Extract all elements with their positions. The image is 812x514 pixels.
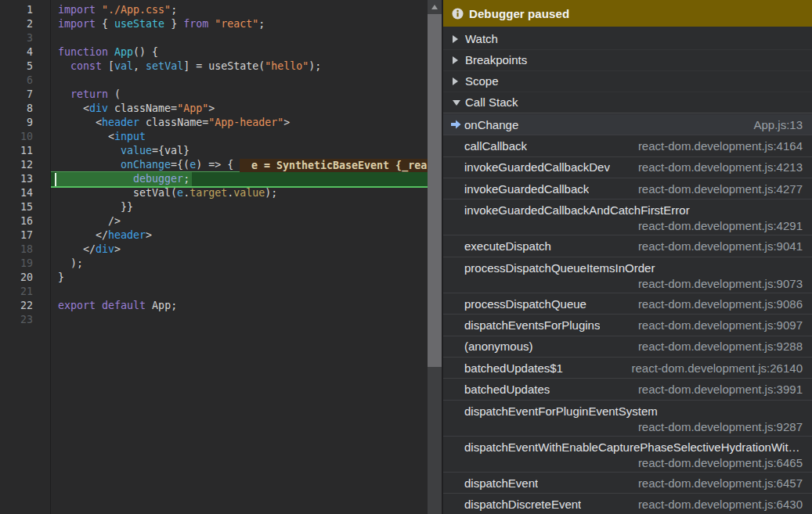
line-number[interactable]: 13 (0, 172, 33, 186)
frame-function-name: processDispatchQueue (464, 297, 586, 311)
scrollbar-up-arrow-icon[interactable] (428, 0, 442, 13)
line-number[interactable]: 1 (0, 3, 33, 17)
code-line: ); (58, 257, 428, 271)
call-stack-frame[interactable]: dispatchEventsForPluginsreact-dom.develo… (443, 315, 812, 336)
code-line: debugger; (58, 172, 428, 186)
call-stack-frame[interactable]: executeDispatchreact-dom.development.js:… (443, 235, 812, 257)
frame-function-name: batchedUpdates$1 (464, 361, 563, 375)
call-stack-frame[interactable]: dispatchEventForPluginEventSystemreact-d… (443, 401, 812, 437)
code-line (58, 285, 428, 299)
frame-function-name: invokeGuardedCallbackDev (464, 160, 610, 174)
frame-location: react-dom.development.js:9287 (464, 419, 803, 435)
call-stack-frame[interactable]: invokeGuardedCallbackAndCatchFirstErrorr… (443, 199, 812, 235)
line-number[interactable]: 18 (0, 243, 33, 257)
frame-location: react-dom.development.js:9086 (630, 297, 803, 311)
code-line: function App() { (58, 45, 428, 59)
line-number[interactable]: 4 (0, 45, 33, 59)
frame-function-name: dispatchDiscreteEvent (464, 498, 581, 511)
debugger-sidebar: Debugger paused WatchBreakpointsScopeCal… (443, 0, 812, 514)
debugger-paused-banner: Debugger paused (443, 0, 812, 27)
triangle-down-icon[interactable] (453, 99, 465, 106)
code-line: <header className="App-header"> (58, 116, 428, 130)
line-number[interactable]: 21 (0, 285, 33, 299)
code-line: export default App; (58, 299, 428, 313)
code-line: return ( (58, 88, 428, 102)
line-number[interactable]: 2 (0, 17, 33, 31)
code-line (58, 74, 428, 88)
current-frame-arrow-icon (450, 120, 461, 129)
line-number[interactable]: 8 (0, 102, 33, 116)
code-line (58, 31, 428, 45)
sidebar-section-scope[interactable]: Scope (443, 71, 812, 92)
line-number[interactable]: 10 (0, 130, 33, 144)
triangle-right-icon[interactable] (453, 35, 465, 43)
line-number[interactable]: 7 (0, 88, 33, 102)
call-stack-frame[interactable]: batchedUpdatesreact-dom.development.js:3… (443, 379, 812, 400)
code-line: import "./App.css"; (58, 3, 428, 17)
code-line: </div> (58, 243, 428, 257)
line-number[interactable]: 23 (0, 313, 33, 327)
call-stack-frame[interactable]: batchedUpdates$1react-dom.development.js… (443, 358, 812, 379)
call-stack-list: onChangeApp.js:13callCallbackreact-dom.d… (443, 114, 812, 514)
section-label: Call Stack (465, 95, 518, 109)
call-stack-frame[interactable]: processDispatchQueuereact-dom.developmen… (443, 293, 812, 315)
code-line: const [val, setVal] = useState("hello"); (58, 59, 428, 74)
frame-function-name: (anonymous) (464, 340, 533, 353)
triangle-right-icon[interactable] (453, 77, 465, 85)
frame-function-name: executeDispatch (464, 239, 551, 253)
call-stack-frame[interactable]: (anonymous)react-dom.development.js:9288 (443, 336, 812, 358)
line-number[interactable]: 19 (0, 257, 33, 271)
line-number[interactable]: 3 (0, 31, 33, 45)
source-editor[interactable]: 1234567891011121314151617181920212223 im… (0, 0, 428, 514)
section-label: Breakpoints (465, 53, 527, 66)
frame-function-name: callCallback (464, 139, 527, 153)
code-line: } (58, 271, 428, 285)
line-number[interactable]: 9 (0, 116, 33, 130)
sidebar-section-breakpoints[interactable]: Breakpoints (443, 50, 812, 71)
frame-location: react-dom.development.js:6430 (630, 498, 803, 511)
line-number[interactable]: 11 (0, 144, 33, 158)
frame-location: react-dom.development.js:4164 (630, 139, 803, 153)
call-stack-frame[interactable]: invokeGuardedCallbackreact-dom.developme… (443, 178, 812, 199)
sidebar-section-call-stack[interactable]: Call Stack (443, 92, 812, 113)
line-number[interactable]: 15 (0, 200, 33, 214)
code-line: <input (58, 130, 428, 144)
frame-function-name: batchedUpdates (464, 383, 550, 396)
frame-function-name: invokeGuardedCallback (464, 182, 589, 196)
call-stack-frame[interactable]: callCallbackreact-dom.development.js:416… (443, 135, 812, 156)
call-stack-frame[interactable]: processDispatchQueueItemsInOrderreact-do… (443, 257, 812, 293)
sidebar-sections: WatchBreakpointsScopeCall Stack (443, 27, 812, 113)
frame-location: react-dom.development.js:9041 (630, 239, 803, 253)
sidebar-section-watch[interactable]: Watch (443, 29, 812, 50)
call-stack-frame[interactable]: dispatchEventWithEnableCapturePhaseSelec… (443, 437, 812, 473)
line-number[interactable]: 6 (0, 74, 33, 88)
info-icon (452, 8, 464, 20)
editor-scrollbar[interactable] (428, 0, 442, 514)
frame-location: react-dom.development.js:6465 (464, 455, 803, 471)
line-number[interactable]: 20 (0, 271, 33, 285)
scrollbar-thumb[interactable] (428, 14, 442, 367)
line-number[interactable]: 22 (0, 299, 33, 313)
code-line: import { useState } from "react"; (58, 17, 428, 31)
code-line: setVal(e.target.value); (58, 186, 428, 200)
frame-location: react-dom.development.js:4213 (630, 160, 803, 174)
call-stack-frame[interactable]: dispatchEventreact-dom.development.js:64… (443, 473, 812, 494)
text-caret (55, 173, 56, 186)
call-stack-frame[interactable]: onChangeApp.js:13 (443, 114, 812, 135)
line-number-gutter[interactable]: 1234567891011121314151617181920212223 (0, 3, 33, 327)
inline-variable-preview: e = SyntheticBaseEvent {_rea (240, 159, 428, 173)
call-stack-frame[interactable]: invokeGuardedCallbackDevreact-dom.develo… (443, 157, 812, 178)
code-line: <div className="App"> (58, 102, 428, 116)
line-number[interactable]: 17 (0, 228, 33, 243)
frame-location: react-dom.development.js:26140 (624, 361, 803, 375)
frame-location: react-dom.development.js:9097 (630, 318, 803, 332)
call-stack-frame[interactable]: dispatchDiscreteEventreact-dom.developme… (443, 494, 812, 514)
line-number[interactable]: 14 (0, 186, 33, 200)
triangle-right-icon[interactable] (453, 56, 465, 64)
frame-function-name: dispatchEventWithEnableCapturePhaseSelec… (464, 439, 803, 455)
line-number[interactable]: 5 (0, 59, 33, 74)
line-number[interactable]: 12 (0, 158, 33, 172)
devtools-sources-panel: 1234567891011121314151617181920212223 im… (0, 0, 812, 514)
section-label: Scope (465, 74, 499, 88)
line-number[interactable]: 16 (0, 214, 33, 228)
